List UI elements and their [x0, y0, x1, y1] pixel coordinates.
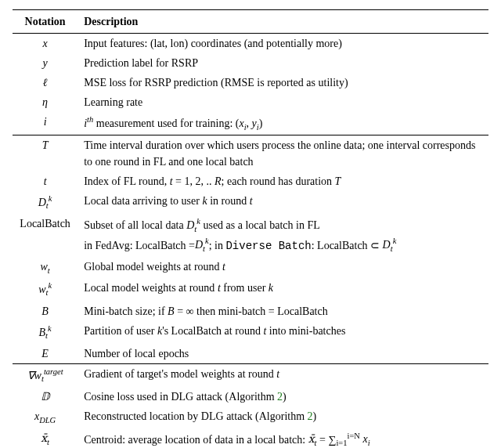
notation-cell: E: [13, 344, 84, 364]
table-row: wtGlobal model weights at round t: [13, 257, 488, 279]
table-row: x̄tCentroid: average location of data in…: [13, 428, 488, 448]
description-cell: Local model weights at round t from user…: [84, 278, 488, 301]
table-row: ηLearning rate: [13, 92, 488, 112]
notation-cell: B: [13, 302, 84, 321]
table-row: iith measurement used for training: (xi,…: [13, 112, 488, 135]
notation-cell: t: [13, 172, 84, 191]
table-row: LocalBatchSubset of all local data Dtk u…: [13, 214, 488, 256]
notation-cell: y: [13, 53, 84, 73]
description-cell: Centroid: average location of data in a …: [84, 428, 488, 448]
description-cell: Prediction label for RSRP: [84, 53, 488, 73]
description-cell: MSE loss for RSRP prediction (RMSE is re…: [84, 73, 488, 92]
notation-cell: ∇wttarget: [13, 363, 84, 387]
description-cell: Global model weights at round t: [84, 257, 488, 279]
header-notation: Notation: [13, 10, 84, 34]
table-row: BtkPartition of user k's LocalBatch at r…: [13, 321, 488, 344]
notation-cell: ℓ: [13, 73, 84, 92]
description-cell: Index of FL round, t = 1, 2, .. R; each …: [84, 172, 488, 191]
description-cell: Cosine loss used in DLG attack (Algorith…: [84, 387, 488, 406]
table-row: DtkLocal data arriving to user k in roun…: [13, 191, 488, 214]
notation-cell: Dtk: [13, 191, 84, 214]
notation-cell: T: [13, 135, 84, 172]
notation-cell: η: [13, 92, 84, 112]
description-cell: Input features: (lat, lon) coordinates (…: [84, 34, 488, 54]
notation-cell: x̄t: [13, 428, 84, 448]
description-cell: Mini-batch size; if B = ∞ then mini-batc…: [84, 302, 488, 321]
table-row: tIndex of FL round, t = 1, 2, .. R; each…: [13, 172, 488, 191]
description-cell: Gradient of target's model weights at ro…: [84, 363, 488, 387]
table-row: yPrediction label for RSRP: [13, 53, 488, 73]
description-cell: Local data arriving to user k in round t: [84, 191, 488, 214]
notation-cell: i: [13, 112, 84, 135]
notation-table: Notation Description xInput features: (l…: [13, 9, 488, 448]
table-body: xInput features: (lat, lon) coordinates …: [13, 34, 488, 449]
header-row: Notation Description: [13, 10, 488, 34]
table-row: ENumber of local epochs: [13, 344, 488, 364]
table-row: TTime interval duration over which users…: [13, 135, 488, 172]
notation-cell: wtk: [13, 278, 84, 301]
header-description: Description: [84, 10, 488, 34]
table-row: xDLGReconstructed location by DLG attack…: [13, 406, 488, 428]
description-cell: Time interval duration over which users …: [84, 135, 488, 172]
description-cell: Partition of user k's LocalBatch at roun…: [84, 321, 488, 344]
notation-cell: Btk: [13, 321, 84, 344]
table-row: 𝔻Cosine loss used in DLG attack (Algorit…: [13, 387, 488, 406]
notation-cell: wt: [13, 257, 84, 279]
description-cell: Reconstructed location by DLG attack (Al…: [84, 406, 488, 428]
description-cell: Number of local epochs: [84, 344, 488, 364]
notation-cell: 𝔻: [13, 387, 84, 406]
notation-cell: LocalBatch: [13, 214, 84, 256]
notation-cell: xDLG: [13, 406, 84, 428]
table-row: ∇wttargetGradient of target's model weig…: [13, 363, 488, 387]
table-row: ℓMSE loss for RSRP prediction (RMSE is r…: [13, 73, 488, 92]
table-row: xInput features: (lat, lon) coordinates …: [13, 34, 488, 54]
description-cell: Subset of all local data Dtk used as a l…: [84, 214, 488, 256]
notation-cell: x: [13, 34, 84, 54]
table-row: BMini-batch size; if B = ∞ then mini-bat…: [13, 302, 488, 321]
description-cell: Learning rate: [84, 92, 488, 112]
description-cell: ith measurement used for training: (xi, …: [84, 112, 488, 135]
table-row: wtkLocal model weights at round t from u…: [13, 278, 488, 301]
